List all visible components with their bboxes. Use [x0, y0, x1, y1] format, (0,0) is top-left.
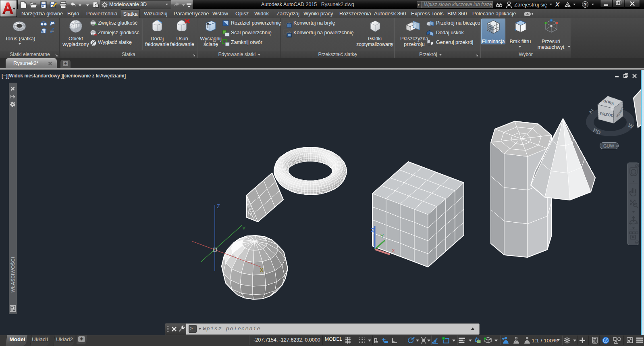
svg-text:X: X [392, 248, 395, 254]
svg-text:X: X [260, 267, 264, 273]
svg-text:Z: Z [217, 203, 220, 209]
svg-text:Y: Y [242, 225, 246, 231]
svg-text:1:1 / 100%: 1:1 / 100% [532, 338, 558, 344]
svg-text:Z: Z [371, 227, 374, 233]
svg-text:Y: Y [380, 233, 384, 239]
